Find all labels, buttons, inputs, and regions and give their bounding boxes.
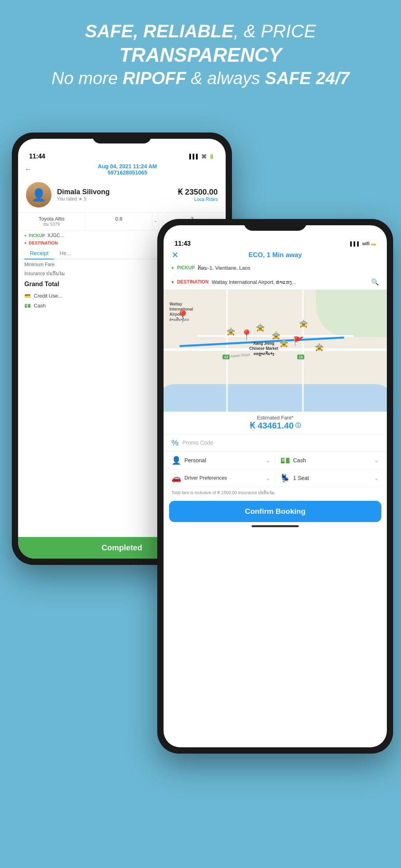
driver-pref-arrow: ⌄ xyxy=(266,475,270,481)
insurance-note: Total fare is inclusive of ₭ 1500.00 Ins… xyxy=(164,487,387,498)
map-taxi-4: 🚖 xyxy=(280,339,288,348)
map-taxi-5: 🚖 xyxy=(299,319,308,328)
cash-label: Cash xyxy=(293,457,306,463)
driver-pref-label: Driver Preferences xyxy=(184,475,227,481)
promo-placeholder-text[interactable]: Promo Code xyxy=(182,440,213,446)
wifi-icon: ⌘ xyxy=(201,153,207,160)
seat-arrow: ⌄ xyxy=(374,475,379,481)
headline-price: , & PRICE xyxy=(234,21,316,41)
headline-line1: SAFE, RELIABLE, & PRICE xyxy=(24,20,377,43)
front-time: 11:43 xyxy=(175,240,191,247)
cash-text-back: Cash xyxy=(34,303,46,309)
car-distance-cell: 0.8 xyxy=(85,213,153,230)
map-taxi-1: 🚖 xyxy=(226,327,235,336)
driver-avatar-img: 👤 xyxy=(26,182,52,208)
tab-receipt[interactable]: Receipt xyxy=(24,248,54,259)
map-taxi-6: 🚖 xyxy=(315,343,324,351)
driver-info-row: 👤 Dimala Silivong You rated ★ 5 ₭ 23500.… xyxy=(18,177,226,212)
confirm-booking-button[interactable]: Confirm Booking xyxy=(169,501,381,522)
close-button[interactable]: ✕ xyxy=(171,250,178,260)
driver-fare-section: ₭ 23500.00 Loca Rides xyxy=(178,187,218,202)
front-header-row: ✕ ECO, 1 Min away xyxy=(164,249,387,261)
fare-section: Estimated Fare* ₭ 43461.40 ⓘ xyxy=(164,412,387,434)
car-model-text: Toyota Altis xyxy=(20,216,83,222)
tab-help[interactable]: He... xyxy=(54,248,77,259)
option-divider xyxy=(275,456,276,465)
car-model-cell: Toyota Altis ກນ 5379 xyxy=(18,213,85,230)
front-pickup-row: ♦ PICKUP ຕ້ອນ-1, Vientiane, Laos xyxy=(171,264,379,272)
map-bg: WattayInternationalAirportທ່ານສີນາໂດດ Xa… xyxy=(164,290,387,412)
map-taxi-2: 🚖 xyxy=(256,323,265,332)
front-header-title: ECO, 1 Min away xyxy=(248,251,302,259)
front-signal-icon: ▌▌▌ xyxy=(350,241,361,246)
booking-id: 5971628051065 xyxy=(35,169,219,176)
headline-line2: TRANSPARENCY xyxy=(24,43,377,67)
headline-safe: SAFE, xyxy=(85,21,143,41)
estimated-fare-label: Estimated Fare* xyxy=(171,415,379,421)
promo-section: % Promo Code xyxy=(164,434,387,452)
credit-icon: 💳 xyxy=(24,293,31,299)
cash-arrow: ⌄ xyxy=(374,457,379,463)
back-status-icons: ▌▌▌ ⌘ 🔋 xyxy=(189,153,215,160)
map-green-area xyxy=(316,290,387,337)
headline-always: & always xyxy=(186,68,265,88)
map-pin-red: 📍 xyxy=(175,309,190,323)
cash-icon-back: 💵 xyxy=(24,303,31,309)
fare-amount: ₭ 23500.00 xyxy=(178,187,218,197)
pref-driver[interactable]: 🚗 Driver Preferences ⌄ xyxy=(171,473,270,483)
car-sep-cell: - xyxy=(153,213,158,230)
seat-icon: 💺 xyxy=(280,473,290,483)
back-nav: ← Aug 04, 2021 11:24 AM 5971628051065 xyxy=(18,162,226,177)
headline-safe247: SAFE 24/7 xyxy=(265,68,349,88)
map-flag-green: 🚩 xyxy=(293,336,304,346)
driver-pref-icon: 🚗 xyxy=(171,473,181,483)
pickup-dot-back: ♦ xyxy=(24,233,26,237)
fare-info-icon[interactable]: ⓘ xyxy=(295,422,301,429)
map-river xyxy=(164,384,387,412)
front-status-icons: ▌▌▌ wifi ▬ xyxy=(350,241,376,246)
road-badge-1: 13 xyxy=(223,355,230,359)
dest-search-icon[interactable]: 🔍 xyxy=(371,278,379,286)
headline-line3: No more RIPOFF & always SAFE 24/7 xyxy=(24,67,377,89)
driver-rating: You rated ★ 5 xyxy=(57,196,172,202)
front-dest-row: ♦ DESTINATION Wattay International Airpo… xyxy=(171,277,379,287)
option-cash[interactable]: 💵 Cash ⌄ xyxy=(280,456,379,465)
rating-value: 5 xyxy=(84,196,86,202)
booking-date: Aug 04, 2021 11:24 AM xyxy=(35,163,219,169)
map-road-v2 xyxy=(302,290,304,412)
pref-divider xyxy=(275,473,276,483)
dest-label-back: DESTINATION xyxy=(29,241,58,245)
front-notch xyxy=(244,219,307,231)
back-notch xyxy=(92,132,151,143)
option-personal[interactable]: 👤 Personal ⌄ xyxy=(171,456,270,465)
seat-label: 1 Seat xyxy=(293,475,309,481)
front-pickup-dot: ♦ xyxy=(171,265,174,270)
star-icon: ★ xyxy=(78,196,83,202)
map-market-label: Xang JiengChinese Marketຕະຫຼາດຈີນຈ່ງ xyxy=(246,341,281,357)
signal-icon: ▌▌▌ xyxy=(189,154,199,159)
front-dest-dot: ♦ xyxy=(171,279,174,285)
back-arrow-icon[interactable]: ← xyxy=(24,165,32,174)
map-taxi-3: 🚖 xyxy=(272,331,280,340)
phones-container: 11:44 ▌▌▌ ⌘ 🔋 ← Aug 04, 2021 11:24 AM 59… xyxy=(0,101,401,848)
personal-icon: 👤 xyxy=(171,456,181,465)
car-plate-text: ກນ 5379 xyxy=(20,222,83,227)
pref-seat[interactable]: 💺 1 Seat ⌄ xyxy=(280,473,379,483)
estimated-fare-amount: ₭ 43461.40 ⓘ xyxy=(171,421,379,431)
insurance-label-back: Insurance ປະກັນໄພ xyxy=(24,271,64,276)
headline-reliable: RELIABLE xyxy=(143,21,234,41)
pickup-text-back: XJGC... xyxy=(48,233,64,238)
header-section: SAFE, RELIABLE, & PRICE TRANSPARENCY No … xyxy=(0,0,401,97)
road-label-asean: Asean Road xyxy=(230,353,250,358)
personal-label: Personal xyxy=(184,457,206,463)
home-indicator xyxy=(252,525,299,527)
car-separator-text: - xyxy=(155,218,156,224)
back-time: 11:44 xyxy=(29,153,45,160)
front-pickup-label: PICKUP xyxy=(177,265,195,270)
front-dest-addr: Wattay International Airport, ທ່າແຮງ... xyxy=(212,279,296,285)
road-badge-2: 13 xyxy=(297,355,304,359)
option-row-1: 👤 Personal ⌄ 💵 Cash ⌄ xyxy=(164,452,387,469)
back-nav-center: Aug 04, 2021 11:24 AM 5971628051065 xyxy=(35,163,219,176)
map-container[interactable]: WattayInternationalAirportທ່ານສີນາໂດດ Xa… xyxy=(164,290,387,412)
driver-avatar: 👤 xyxy=(26,182,52,208)
